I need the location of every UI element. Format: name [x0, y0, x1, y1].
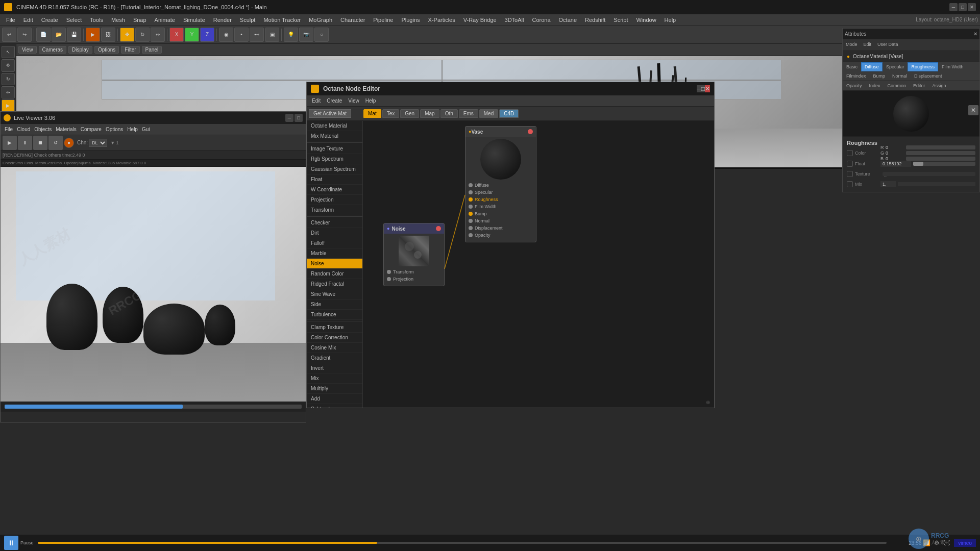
- prop-tab-roughness[interactable]: Roughness: [908, 62, 938, 71]
- roughness-socket-dot[interactable]: [469, 197, 473, 202]
- tb-open[interactable]: 📂: [52, 28, 66, 42]
- noise-node[interactable]: ● Noise Transform Projection: [383, 223, 445, 286]
- roughness-texture-check[interactable]: [847, 171, 853, 177]
- filmwidth-socket-dot[interactable]: [469, 205, 473, 209]
- ne-item-add[interactable]: Add: [307, 394, 362, 404]
- menu-x-particles[interactable]: X-Particles: [424, 16, 459, 24]
- ne-item-projection[interactable]: Projection: [307, 195, 362, 205]
- ne-item-color-correct[interactable]: Color Correction: [307, 333, 362, 343]
- tb-redo[interactable]: ↪: [17, 28, 32, 42]
- ne-item-sine[interactable]: Sine Wave: [307, 289, 362, 299]
- tb-render[interactable]: ▶: [86, 28, 100, 42]
- menu-pipeline[interactable]: Pipeline: [369, 16, 397, 24]
- mix-input[interactable]: [880, 181, 896, 187]
- menu-tools[interactable]: Tools: [86, 16, 107, 24]
- ne-tab-tex[interactable]: Tex: [382, 109, 400, 118]
- prop-tab-editor[interactable]: Editor: [910, 81, 929, 90]
- lv-pause-btn[interactable]: ⏸: [18, 136, 32, 150]
- attr-close[interactable]: ✕: [973, 31, 977, 37]
- ne-close[interactable]: ✕: [705, 85, 710, 92]
- prop-tab-filmindex[interactable]: Filmindex: [843, 71, 870, 81]
- tb-undo[interactable]: ↩: [2, 28, 16, 42]
- menu-edit[interactable]: Edit: [19, 16, 37, 24]
- tb-edge-mode[interactable]: ⊷: [250, 28, 264, 42]
- ne-item-gaussian[interactable]: Gaussian Spectrum: [307, 164, 362, 174]
- lv-compare-menu[interactable]: Compare: [79, 126, 104, 133]
- tb-new[interactable]: 📄: [36, 28, 51, 42]
- ne-item-subtract[interactable]: Subtract: [307, 404, 362, 408]
- opacity-socket-dot[interactable]: [469, 233, 473, 237]
- normal-socket-dot[interactable]: [469, 219, 473, 223]
- ne-item-float[interactable]: Float: [307, 174, 362, 185]
- transform-socket-dot[interactable]: [387, 270, 391, 274]
- texture-slider[interactable]: …: [883, 172, 975, 176]
- ne-maximize[interactable]: □: [701, 85, 705, 92]
- maximize-button[interactable]: □: [959, 3, 967, 11]
- ne-tab-ems[interactable]: Ems: [459, 109, 478, 118]
- prop-tab-bump[interactable]: Bump: [870, 71, 889, 81]
- lv-minimize[interactable]: ─: [285, 114, 293, 122]
- tb-y[interactable]: Y: [185, 28, 199, 42]
- ne-item-w-coord[interactable]: W Coordinate: [307, 185, 362, 195]
- vp-filter-menu[interactable]: Filter: [121, 46, 139, 54]
- ne-item-side[interactable]: Side: [307, 299, 362, 310]
- tb-save[interactable]: 💾: [67, 28, 81, 42]
- vp-options-menu[interactable]: Options: [94, 46, 119, 54]
- ne-item-turbulence[interactable]: Turbulence: [307, 310, 362, 320]
- ne-tab-gen[interactable]: Gen: [400, 109, 419, 118]
- float-input[interactable]: [880, 161, 911, 167]
- close-button[interactable]: ✕: [968, 3, 976, 11]
- lv-help-menu[interactable]: Help: [125, 126, 140, 133]
- menu-mograph[interactable]: MoGraph: [305, 16, 336, 24]
- lv-materials-menu[interactable]: Materials: [54, 126, 79, 133]
- menu-redshift[interactable]: Redshift: [581, 16, 609, 24]
- vase-node[interactable]: ● Vase Diffuse Specular Roughness: [465, 126, 536, 242]
- specular-socket-dot[interactable]: [469, 190, 473, 194]
- ne-help-menu[interactable]: Help: [362, 97, 379, 104]
- pause-button[interactable]: ⏸: [4, 536, 18, 550]
- left-icon-rotate[interactable]: ↻: [2, 73, 15, 85]
- ne-item-octane-material[interactable]: Octane Material: [307, 121, 362, 131]
- vp-cameras-menu[interactable]: Cameras: [39, 46, 67, 54]
- ne-tab-mat[interactable]: Mat: [363, 109, 381, 118]
- ne-node-canvas[interactable]: ● Vase Diffuse Specular Roughness: [363, 121, 714, 408]
- float-slider[interactable]: [913, 162, 975, 166]
- ne-minimize[interactable]: ─: [697, 85, 701, 92]
- roughness-mix-check[interactable]: [847, 181, 853, 187]
- lv-play-btn[interactable]: ▶: [3, 136, 17, 150]
- ne-edit-menu[interactable]: Edit: [309, 97, 324, 104]
- ne-item-falloff[interactable]: Falloff: [307, 238, 362, 248]
- tb-poly-mode[interactable]: ▣: [265, 28, 279, 42]
- menu-script[interactable]: Script: [609, 16, 632, 24]
- prop-tab-diffuse[interactable]: Diffuse: [861, 62, 883, 71]
- tb-scale[interactable]: ⇔: [151, 28, 165, 42]
- prop-tab-filmwidth[interactable]: Film Width: [938, 62, 967, 71]
- ne-item-marble[interactable]: Marble: [307, 248, 362, 259]
- ne-item-gradient[interactable]: Gradient: [307, 353, 362, 363]
- ne-view-menu[interactable]: View: [345, 97, 362, 104]
- lv-objects-menu[interactable]: Objects: [32, 126, 54, 133]
- menu-corona[interactable]: Corona: [528, 16, 554, 24]
- ne-item-cosine[interactable]: Cosine Mix: [307, 343, 362, 353]
- ne-item-transform[interactable]: Transform: [307, 205, 362, 215]
- ne-item-rgb-spectrum[interactable]: Rgb Spectrum: [307, 154, 362, 164]
- prop-tab-common[interactable]: Common: [884, 81, 910, 90]
- mix-bar[interactable]: [898, 182, 975, 186]
- tb-rotate[interactable]: ↻: [135, 28, 150, 42]
- menu-create[interactable]: Create: [37, 16, 62, 24]
- ne-item-image-texture[interactable]: Image Texture: [307, 144, 362, 154]
- vp-display-menu[interactable]: Display: [68, 46, 92, 54]
- projection-socket-dot[interactable]: [387, 277, 391, 281]
- prop-tab-index[interactable]: Index: [866, 81, 884, 90]
- tb-render-view[interactable]: 🖼: [101, 28, 115, 42]
- bump-socket-dot[interactable]: [469, 212, 473, 216]
- ne-item-mix-material[interactable]: Mix Material: [307, 131, 362, 141]
- menu-render[interactable]: Render: [209, 16, 236, 24]
- ne-create-menu[interactable]: Create: [324, 97, 345, 104]
- ne-item-multiply[interactable]: Multiply: [307, 384, 362, 394]
- get-active-mat-button[interactable]: Get Active Mat: [309, 109, 351, 118]
- roughness-close-button[interactable]: ✕: [968, 105, 978, 115]
- left-icon-select[interactable]: ↖: [2, 46, 15, 58]
- lv-cloud-menu[interactable]: Cloud: [15, 126, 32, 133]
- diffuse-socket-dot[interactable]: [469, 183, 473, 187]
